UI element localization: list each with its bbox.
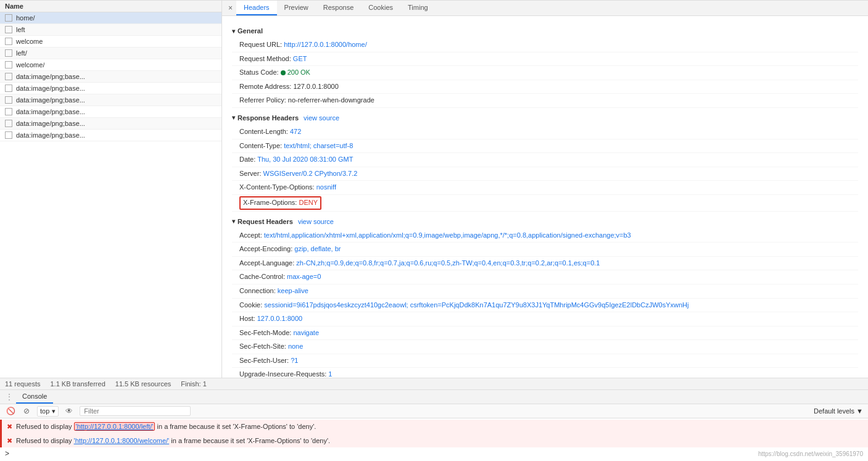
error-text: Refused to display 'http://127.0.0.1:800…: [16, 422, 863, 432]
console-filter-input[interactable]: [80, 406, 191, 416]
network-item[interactable]: data:image/png;base...: [0, 71, 221, 83]
default-levels-dropdown[interactable]: Default levels ▼: [814, 407, 863, 415]
request-header-row: Accept: text/html,application/xhtml+xml,…: [232, 229, 858, 243]
header-name: Status Code:: [239, 69, 279, 76]
top-selector[interactable]: top ▾: [37, 406, 59, 417]
watermark: https://blog.csdn.net/weixin_35961970: [758, 451, 863, 457]
request-header-row: Sec-Fetch-Mode: navigate: [232, 326, 858, 341]
tab-close-icon[interactable]: ×: [225, 1, 236, 15]
network-list-header: Name: [0, 1, 221, 12]
tab-timing[interactable]: Timing: [400, 1, 436, 15]
console-tab[interactable]: Console: [16, 390, 53, 404]
tabs-bar: × HeadersPreviewResponseCookiesTiming: [222, 1, 868, 16]
x-frame-options-highlighted: X-Frame-Options: DENY: [239, 196, 321, 210]
header-name: Server:: [239, 170, 261, 177]
top-selector-label: top: [40, 407, 49, 415]
stop-icon[interactable]: ⊘: [21, 405, 32, 417]
console-prompt: >: [0, 447, 868, 460]
console-area: ⋮ Console 🚫 ⊘ top ▾ 👁 Default levels ▼ ✖…: [0, 389, 868, 461]
request-header-row: Cache-Control: max-age=0: [232, 270, 858, 284]
header-name: Cache-Control:: [239, 273, 285, 280]
network-item-checkbox: [5, 14, 12, 22]
network-item-checkbox: [5, 131, 12, 139]
eye-icon[interactable]: 👁: [64, 405, 75, 417]
header-value: Thu, 30 Jul 2020 08:31:00 GMT: [257, 156, 353, 163]
network-item-name: home/: [16, 14, 35, 22]
header-name: Content-Type:: [239, 142, 282, 149]
request-view-source[interactable]: view source: [298, 218, 334, 225]
header-value: no-referrer-when-downgrade: [288, 96, 374, 104]
prompt-symbol: >: [5, 449, 9, 458]
header-value: keep-alive: [278, 287, 308, 294]
status-dot: [281, 70, 286, 75]
network-item-checkbox: [5, 61, 12, 69]
header-value: zh-CN,zh;q=0.9,de;q=0.8,fr;q=0.7,ja;q=0.…: [296, 259, 600, 267]
header-value: ?1: [291, 357, 298, 364]
network-item-name: welcome: [16, 38, 43, 45]
network-item[interactable]: home/: [0, 12, 221, 24]
header-name: Date:: [239, 156, 255, 163]
request-headers-title-row: Request Headers view source: [232, 218, 858, 225]
response-header-rows: Content-Length: 472Content-Type: text/ht…: [232, 125, 858, 212]
network-item-name: welcome/: [16, 61, 44, 69]
default-levels-label: Default levels ▼: [814, 407, 863, 415]
requests-count: 11 requests: [5, 380, 40, 388]
network-item[interactable]: data:image/png;base...: [0, 118, 221, 130]
network-item[interactable]: left/: [0, 48, 221, 59]
header-value: http://127.0.0.1:8000/home/: [284, 41, 367, 48]
network-item[interactable]: left: [0, 24, 221, 36]
header-value: max-age=0: [287, 273, 321, 280]
network-item-checkbox: [5, 108, 12, 115]
console-messages: ✖Refused to display 'http://127.0.0.1:80…: [0, 418, 868, 461]
header-name: Accept-Language:: [239, 259, 294, 267]
tab-headers[interactable]: Headers: [236, 1, 277, 15]
network-list-panel: Name home/leftwelcomeleft/welcome/data:i…: [0, 1, 222, 378]
network-item[interactable]: welcome: [0, 36, 221, 48]
error-link[interactable]: 'http://127.0.0.1:8000/welcome/': [74, 437, 170, 444]
tab-response[interactable]: Response: [316, 1, 362, 15]
request-header-row: Sec-Fetch-User: ?1: [232, 354, 858, 368]
response-headers-section-title: Response Headers: [232, 114, 299, 122]
header-value: nosniff: [316, 183, 336, 191]
network-item-name: data:image/png;base...: [16, 96, 85, 104]
header-value: none: [288, 343, 303, 350]
header-name: Accept:: [239, 231, 262, 239]
header-value: 472: [290, 128, 301, 135]
network-item[interactable]: data:image/png;base...: [0, 106, 221, 118]
network-item[interactable]: data:image/png;base...: [0, 94, 221, 106]
request-header-row: Sec-Fetch-Site: none: [232, 340, 858, 354]
console-error-message: ✖Refused to display 'http://127.0.0.1:80…: [0, 434, 868, 448]
general-section-title: General: [232, 27, 858, 35]
network-item-checkbox: [5, 38, 12, 45]
response-header-row: Server: WSGIServer/0.2 CPython/3.7.2: [232, 167, 858, 181]
response-headers-title-row: Response Headers view source: [232, 114, 858, 122]
error-link[interactable]: 'http://127.0.0.1:8000/left/': [74, 422, 155, 431]
request-header-row: Accept-Language: zh-CN,zh;q=0.9,de;q=0.8…: [232, 257, 858, 271]
tab-cookies[interactable]: Cookies: [361, 1, 400, 15]
status-bar: 11 requests 1.1 KB transferred 11.5 KB r…: [0, 378, 868, 389]
header-name: X-Frame-Options:: [243, 199, 297, 206]
top-selector-chevron: ▾: [52, 407, 56, 415]
network-item-checkbox: [5, 85, 12, 92]
response-header-row: Date: Thu, 30 Jul 2020 08:31:00 GMT: [232, 153, 858, 167]
header-name: Accept-Encoding:: [239, 245, 292, 252]
header-name: Referrer Policy:: [239, 96, 286, 104]
header-value: text/html; charset=utf-8: [284, 142, 353, 149]
headers-panel: × HeadersPreviewResponseCookiesTiming Ge…: [222, 1, 868, 378]
tab-preview[interactable]: Preview: [277, 1, 316, 15]
finish-time: Finish: 1: [181, 380, 207, 388]
network-item[interactable]: welcome/: [0, 59, 221, 71]
network-item[interactable]: data:image/png;base...: [0, 83, 221, 94]
request-headers-section-title: Request Headers: [232, 218, 293, 225]
clear-console-button[interactable]: 🚫: [5, 405, 16, 417]
network-item[interactable]: data:image/png;base...: [0, 130, 221, 141]
network-item-checkbox: [5, 26, 12, 33]
network-item-name: data:image/png;base...: [16, 85, 85, 92]
header-name: Connection:: [239, 287, 276, 294]
response-view-source[interactable]: view source: [304, 114, 339, 122]
header-value: 127.0.0.1:8000: [293, 83, 338, 90]
network-item-checkbox: [5, 96, 12, 104]
request-header-row: Cookie: sessionid=9i617pdsjqos4eskzcyzt4…: [232, 299, 858, 313]
header-name: Sec-Fetch-Mode:: [239, 329, 291, 336]
header-value: sessionid=9i617pdsjqos4eskzcyzt410gc2eao…: [264, 301, 688, 309]
